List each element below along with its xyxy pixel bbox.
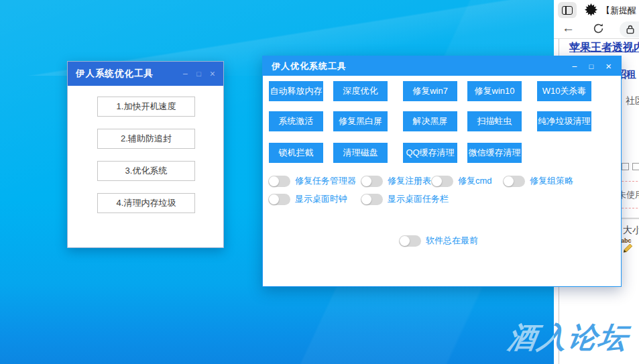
lock-icon [626, 25, 634, 37]
main-window-title: 伊人优化系统工具 [263, 60, 347, 72]
mini-optimizer-window: 伊人系统优化工具 − □ × 1.加快开机速度 2.辅助防追封 3.优化系统 4… [67, 61, 224, 248]
wechat-cache-clean-button[interactable]: 微信缓存清理 [467, 143, 522, 163]
pure-junk-clean-button[interactable]: 纯净垃圾清理 [537, 111, 591, 131]
fix-black-white-screen-button[interactable]: 修复黑白屏 [333, 111, 388, 131]
fix-registry-label: 修复注册表 [388, 175, 431, 187]
system-activate-button[interactable]: 系统激活 [269, 111, 323, 131]
clean-memory-button[interactable]: 4.清理内存垃圾 [97, 193, 195, 213]
fix-registry-toggle[interactable] [361, 176, 383, 187]
solve-black-screen-button[interactable]: 解决黑屏 [403, 111, 457, 131]
fix-win7-button[interactable]: 修复win7 [403, 81, 457, 101]
fix-cmd-label: 修复cmd [458, 175, 492, 187]
w10-antivirus-off-button[interactable]: W10关杀毒 [537, 81, 591, 101]
scan-pest-button[interactable]: 扫描蛀虫 [467, 111, 522, 131]
speedup-boot-button[interactable]: 1.加快开机速度 [97, 97, 195, 117]
always-on-top-label: 软件总在最前 [426, 235, 478, 247]
show-desktop-taskbar-label: 显示桌面任务栏 [388, 193, 449, 205]
show-desktop-taskbar-toggle[interactable] [361, 194, 383, 205]
mini-window-title: 伊人系统优化工具 [68, 68, 154, 80]
fix-win10-button[interactable]: 修复win10 [467, 81, 522, 101]
main-optimizer-window: 伊人优化系统工具 − □ × 自动释放内存 深度优化 修复win7 修复win1… [262, 56, 622, 287]
optimize-system-button[interactable]: 3.优化系统 [97, 161, 195, 181]
refresh-icon[interactable] [593, 23, 604, 37]
mini-titlebar[interactable]: 伊人系统优化工具 − □ × [68, 62, 223, 86]
fix-cmd-toggle[interactable] [431, 176, 453, 187]
vertical-tabs-icon [562, 6, 573, 15]
fix-group-policy-toggle[interactable] [503, 176, 525, 187]
deep-optimize-button[interactable]: 深度优化 [333, 81, 388, 101]
svg-text:abc: abc [621, 237, 632, 244]
tab-title[interactable]: 【新提醒 [601, 5, 636, 17]
fix-task-manager-toggle[interactable] [268, 176, 290, 187]
anti-ban-button[interactable]: 2.辅助防追封 [97, 129, 195, 149]
fix-group-policy-label: 修复组策略 [530, 175, 573, 187]
spellcheck-pencil-icon[interactable]: abc [621, 237, 636, 255]
always-on-top-toggle[interactable] [399, 235, 421, 247]
show-desktop-clock-toggle[interactable] [268, 194, 290, 205]
mini-minimize-button[interactable]: − [182, 68, 188, 79]
mini-close-button[interactable]: × [210, 68, 215, 79]
clean-disk-button[interactable]: 清理磁盘 [333, 143, 388, 163]
auto-free-memory-button[interactable]: 自动释放内存 [269, 81, 323, 101]
tab-actions-button[interactable] [558, 2, 577, 18]
font-size-label[interactable]: 大小 [623, 225, 639, 237]
main-minimize-button[interactable]: − [571, 61, 577, 72]
show-desktop-clock-label: 显示桌面时钟 [295, 193, 347, 205]
main-close-button[interactable]: × [605, 60, 612, 72]
main-titlebar[interactable]: 伊人优化系统工具 − □ × [263, 56, 621, 76]
lock-intercept-button[interactable]: 锁机拦截 [269, 143, 323, 163]
page-link-top[interactable]: 苹果王者透视内 [569, 41, 639, 55]
checkbox-2[interactable] [632, 163, 639, 170]
address-bar[interactable] [620, 21, 639, 38]
qq-cache-clean-button[interactable]: QQ缓存清理 [403, 143, 457, 163]
checkbox-1[interactable] [622, 163, 629, 170]
community-label: 社区 [626, 95, 639, 107]
main-maximize-button[interactable]: □ [589, 62, 594, 70]
back-button[interactable]: ← [562, 21, 575, 36]
desktop: 【新提醒 ← 苹果王者透视内 招租 社区 未使用 大小 abc [0, 0, 639, 364]
fix-task-manager-label: 修复任务管理器 [295, 175, 356, 187]
mini-maximize-button[interactable]: □ [196, 70, 201, 78]
tab-favicon-burst-icon [585, 3, 597, 16]
toolbar-divider [554, 38, 639, 39]
